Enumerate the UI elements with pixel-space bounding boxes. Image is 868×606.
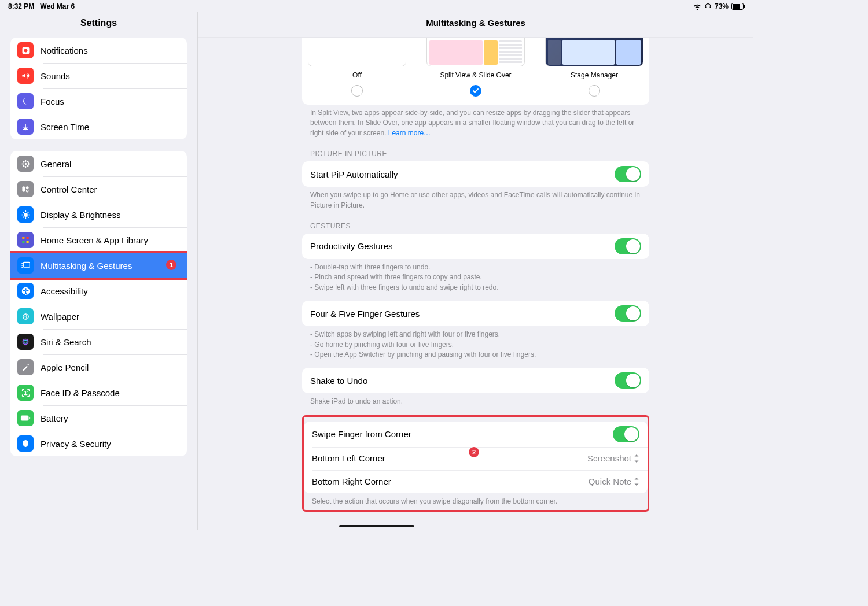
shake-row[interactable]: Shake to Undo bbox=[302, 368, 649, 393]
content-title: Multitasking & Gestures bbox=[198, 12, 753, 38]
gestures-header: GESTURES bbox=[302, 210, 649, 234]
battery-icon bbox=[731, 3, 745, 10]
mode-option-1[interactable]: Split View & Slide Over bbox=[426, 38, 525, 99]
svg-rect-13 bbox=[27, 237, 29, 239]
sidebar-item-screentime[interactable]: Screen Time bbox=[10, 114, 187, 139]
sidebar-item-accessibility[interactable]: Accessibility bbox=[10, 278, 187, 304]
display-icon bbox=[17, 206, 34, 223]
prod-gestures-desc: - Double-tap with three fingers to undo.… bbox=[302, 259, 649, 293]
mode-option-2[interactable]: Stage Manager bbox=[545, 38, 643, 99]
swipe-corner-row[interactable]: Swipe Finger from Corner bbox=[304, 422, 648, 447]
learn-more-link[interactable]: Learn more… bbox=[388, 129, 431, 137]
home-indicator[interactable] bbox=[339, 525, 414, 527]
svg-point-26 bbox=[24, 391, 25, 392]
svg-rect-5 bbox=[23, 129, 28, 130]
svg-point-7 bbox=[24, 162, 26, 164]
corner-card: Swipe Finger from Corner Bottom Left Cor… bbox=[304, 422, 648, 493]
corner-desc: Select the action that occurs when you s… bbox=[304, 493, 648, 507]
mode-radio[interactable] bbox=[470, 85, 481, 97]
pip-toggle[interactable] bbox=[615, 166, 641, 182]
svg-point-17 bbox=[21, 263, 23, 264]
sidebar-item-controlcenter[interactable]: Control Center bbox=[10, 176, 187, 202]
ff-gestures-desc: - Switch apps by swiping left and right … bbox=[302, 326, 649, 360]
sidebar-item-focus[interactable]: Focus bbox=[10, 88, 187, 114]
mode-options: OffSplit View & Slide OverStage Manager bbox=[302, 38, 649, 105]
svg-rect-15 bbox=[27, 241, 29, 243]
sidebar-item-privacy[interactable]: Privacy & Security bbox=[10, 431, 187, 456]
focus-icon bbox=[17, 93, 34, 109]
faceid-icon bbox=[17, 385, 34, 401]
svg-point-11 bbox=[24, 213, 28, 217]
sidebar-item-label: General bbox=[41, 159, 71, 169]
mode-label: Split View & Slide Over bbox=[426, 71, 525, 79]
wifi-icon bbox=[693, 3, 701, 10]
mode-option-0[interactable]: Off bbox=[308, 38, 406, 99]
swipe-corner-toggle[interactable] bbox=[613, 426, 639, 442]
sidebar-item-siri[interactable]: Siri & Search bbox=[10, 329, 187, 354]
controlcenter-icon bbox=[17, 181, 34, 197]
svg-rect-12 bbox=[22, 237, 24, 239]
sidebar-item-multitasking[interactable]: Multitasking & Gestures1 bbox=[10, 253, 187, 278]
svg-point-10 bbox=[26, 190, 28, 192]
sidebar-item-wallpaper[interactable]: Wallpaper bbox=[10, 304, 187, 329]
svg-point-19 bbox=[21, 267, 23, 268]
status-bar: 8:32 PM Wed Mar 6 73% bbox=[0, 0, 753, 12]
sidebar-item-battery[interactable]: Battery bbox=[10, 405, 187, 431]
status-time: 8:32 PM bbox=[8, 2, 34, 10]
ff-gestures-toggle[interactable] bbox=[615, 305, 641, 322]
sidebar-item-label: Screen Time bbox=[41, 122, 89, 132]
sidebar-item-label: Multitasking & Gestures bbox=[41, 261, 132, 271]
bottom-left-value[interactable]: Screenshot bbox=[587, 453, 639, 463]
sidebar-item-general[interactable]: General bbox=[10, 151, 187, 176]
shake-toggle[interactable] bbox=[615, 372, 641, 389]
content-scroll[interactable]: OffSplit View & Slide OverStage Manager … bbox=[198, 38, 753, 530]
wallpaper-icon bbox=[17, 308, 34, 324]
bottom-right-row[interactable]: Bottom Right Corner Quick Note bbox=[304, 470, 648, 493]
svg-rect-14 bbox=[22, 241, 24, 243]
svg-rect-29 bbox=[29, 417, 30, 419]
svg-point-18 bbox=[21, 265, 23, 266]
shake-desc: Shake iPad to undo an action. bbox=[302, 393, 649, 407]
pip-row[interactable]: Start PiP Automatically bbox=[302, 161, 649, 187]
multitasking-icon bbox=[17, 257, 34, 274]
status-date: Wed Mar 6 bbox=[40, 2, 75, 10]
headphones-icon bbox=[704, 3, 712, 10]
sidebar-title: Settings bbox=[0, 12, 197, 38]
corner-highlight: Swipe Finger from Corner Bottom Left Cor… bbox=[302, 415, 649, 512]
prod-gestures-toggle[interactable] bbox=[615, 238, 641, 254]
ff-gestures-row[interactable]: Four & Five Finger Gestures bbox=[302, 301, 649, 326]
general-icon bbox=[17, 156, 34, 172]
privacy-icon bbox=[17, 435, 34, 452]
svg-point-21 bbox=[25, 288, 27, 290]
sidebar-item-label: Wallpaper bbox=[41, 312, 79, 322]
mode-radio[interactable] bbox=[589, 85, 600, 97]
sidebar-item-label: Battery bbox=[41, 413, 68, 423]
bottom-right-value[interactable]: Quick Note bbox=[589, 476, 639, 486]
sidebar-item-label: Privacy & Security bbox=[41, 439, 111, 449]
sidebar: Settings NotificationsSoundsFocusScreen … bbox=[0, 12, 198, 530]
sidebar-item-sounds[interactable]: Sounds bbox=[10, 63, 187, 88]
pencil-icon bbox=[17, 359, 34, 375]
sidebar-item-display[interactable]: Display & Brightness bbox=[10, 202, 187, 227]
svg-point-27 bbox=[27, 391, 28, 392]
mode-radio[interactable] bbox=[351, 85, 363, 97]
sidebar-item-faceid[interactable]: Face ID & Passcode bbox=[10, 380, 187, 405]
ff-gestures-card: Four & Five Finger Gestures bbox=[302, 301, 649, 326]
homescreen-icon bbox=[17, 232, 34, 248]
sidebar-scroll[interactable]: NotificationsSoundsFocusScreen TimeGener… bbox=[0, 38, 197, 479]
prod-gestures-card: Productivity Gestures bbox=[302, 234, 649, 259]
accessibility-icon bbox=[17, 283, 34, 299]
sidebar-item-pencil[interactable]: Apple Pencil bbox=[10, 354, 187, 380]
sidebar-item-label: Notifications bbox=[41, 46, 88, 56]
sidebar-item-label: Control Center bbox=[41, 184, 97, 194]
sidebar-item-label: Accessibility bbox=[41, 286, 88, 296]
mode-preview bbox=[545, 38, 643, 66]
svg-rect-8 bbox=[22, 186, 25, 192]
prod-gestures-row[interactable]: Productivity Gestures bbox=[302, 234, 649, 259]
notifications-icon bbox=[17, 42, 34, 58]
sidebar-item-homescreen[interactable]: Home Screen & App Library bbox=[10, 227, 187, 253]
sidebar-item-notifications[interactable]: Notifications bbox=[10, 38, 187, 63]
mode-card: OffSplit View & Slide OverStage Manager bbox=[302, 38, 649, 105]
pip-header: PICTURE IN PICTURE bbox=[302, 138, 649, 161]
pip-card: Start PiP Automatically bbox=[302, 161, 649, 187]
